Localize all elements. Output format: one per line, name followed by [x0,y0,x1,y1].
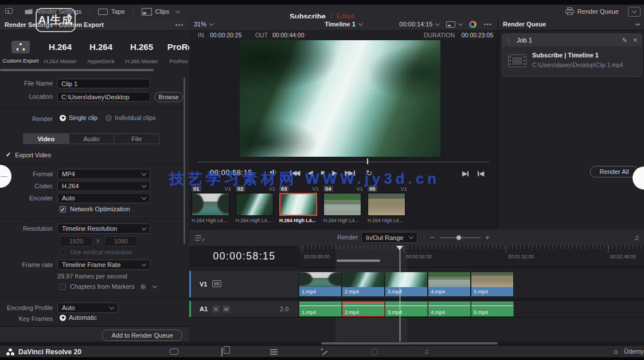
panel-options-button[interactable]: ••• [175,21,184,28]
encoding-profile-dropdown[interactable]: Auto [57,303,118,313]
timeline-audio-clip[interactable]: 5.mp4 [471,301,514,316]
media-page-icon[interactable] [170,349,178,355]
viewer-display-mode-button[interactable] [446,21,462,28]
preset-scrollbar[interactable] [0,69,154,71]
clip-thumbnail[interactable] [279,193,317,216]
network-optimization-checkbox[interactable]: ✓ Network Optimization [60,206,130,212]
timeline-video-clip-selected[interactable]: 2.mp4 [342,272,385,296]
browse-button[interactable]: Browse [154,92,183,102]
encoder-dropdown[interactable]: Auto [57,193,150,203]
clip-thumbnail-item[interactable]: 02V1 H.264 High L4... [236,185,278,223]
chevron-down-icon[interactable] [153,283,157,288]
timeline-audio-clip-selected[interactable]: 2.mp4 [342,301,385,316]
render-all-button[interactable]: Render All [590,166,638,177]
out-label: OUT [255,32,268,38]
timeline-video-clip[interactable]: 1.mp4 [299,272,342,296]
clip-thumbnail[interactable] [368,193,405,216]
video-track-header[interactable]: V1 [189,271,298,297]
chevron-down-icon [142,261,146,266]
clip-thumbnail-item[interactable]: 01V1 H.264 High L4... [192,185,233,223]
cut-page-icon[interactable] [221,347,223,357]
preset-h265-master[interactable]: H.265 H.265 Master [121,33,162,64]
timeline-panel: Render In/Out Range − + ♫ 00:00:58:15 00… [189,230,644,342]
timeline-playhead[interactable] [400,246,400,342]
chapters-from-markers-checkbox[interactable]: Chapters from Markers [60,283,157,290]
clip-thumbnail-item-selected[interactable]: 03V1 H.264 High L4... [279,185,321,223]
tab-audio[interactable]: Audio [69,134,114,144]
render-queue-options-button[interactable]: •• [635,21,640,28]
previous-clip-button[interactable]: ◀ [478,169,484,177]
tab-file[interactable]: File [114,134,159,144]
preset-hyperdeck[interactable]: H.264 HyperDeck [80,33,122,64]
video-clip-name: 3.mp4 [385,287,427,296]
ruler-major-tick [608,246,608,253]
panel-collapse-button[interactable] [628,7,641,17]
home-icon[interactable]: ⌂ [614,347,618,355]
fairlight-page-icon[interactable]: ♫ [424,347,429,355]
render-range-dropdown[interactable]: In/Out Range [361,232,417,243]
checklist-icon[interactable] [195,234,205,243]
render-queue-title: Render Queue [503,21,546,28]
key-frames-automatic-radio[interactable]: Automatic [60,314,97,321]
edit-page-icon[interactable] [270,349,278,356]
zoom-out-button[interactable]: − [430,233,435,242]
tape-button[interactable]: Tape [95,5,128,18]
render-queue-toggle-button[interactable]: Render Queue [562,5,622,18]
clip-codec-label: H.264 High L4... [368,218,409,223]
color-page-icon[interactable] [371,349,378,355]
render-job-card[interactable]: ⋮ Job 1 ✎ × Subscribe | Timeline 1 C:\Us… [502,33,642,77]
delete-job-icon[interactable]: × [633,36,637,44]
timeline-video-clip[interactable]: 5.mp4 [471,272,514,296]
settings-scrollbar[interactable] [184,78,185,244]
drag-handle-icon[interactable]: ⋮ [506,37,512,44]
clip-thumbnail[interactable] [192,193,229,216]
preset-custom-export[interactable]: Custom Export [0,33,41,64]
resolution-dropdown[interactable]: Timeline Resolution [57,223,150,234]
single-clip-radio[interactable]: Single clip [60,114,97,121]
format-dropdown[interactable]: MP4 [57,169,150,179]
chevron-down-icon [110,304,114,309]
export-tabs: Video Audio File [23,133,159,144]
timeline-playhead-handle[interactable] [396,246,403,250]
tab-video[interactable]: Video [24,134,69,144]
color-management-icon[interactable] [469,21,477,28]
location-field[interactable] [57,92,150,102]
viewer-timecode-dropdown[interactable]: 00:00:14:15 [399,21,439,28]
clip-thumbnail-item[interactable]: 04V1 H.264 High L4... [323,185,365,223]
solo-button[interactable]: S [212,305,220,313]
preset-prores[interactable]: ProRes ProRes 42 [162,33,190,64]
marker-color-dot-icon[interactable] [140,284,146,289]
audio-track-header[interactable]: A1 S M 2.0 [189,301,298,317]
fps-note: 29.97 frames per second [57,273,127,280]
frame-rate-value: Timeline Frame Rate [62,261,120,268]
viewer-scrub-bar[interactable] [198,161,489,162]
clips-button[interactable]: Clips [138,5,183,18]
viewer-playhead-tick[interactable] [367,158,368,164]
in-out-range-bar[interactable] [337,260,380,262]
file-name-field[interactable] [57,79,150,88]
individual-clips-radio[interactable]: Individual clips [106,114,156,121]
timeline-audio-clip[interactable]: 4.mp4 [428,301,471,316]
timeline-audio-clip[interactable]: 3.mp4 [385,301,428,316]
codec-dropdown[interactable]: H.264 [57,181,150,191]
frame-rate-dropdown[interactable]: Timeline Frame Rate [57,260,150,270]
timeline-audio-clip[interactable]: 1.mp4 [299,301,342,316]
mute-button[interactable]: M [223,305,230,313]
next-clip-button[interactable]: ▶ [462,169,469,177]
clip-thumbnail[interactable] [323,193,361,216]
audio-meters-icon[interactable]: ♫ [634,233,639,242]
zoom-slider-handle[interactable] [456,235,461,240]
add-to-render-queue-button[interactable]: Add to Render Queue [102,330,182,341]
clip-thumbnail[interactable] [236,193,274,216]
timeline-horizontal-scrollbar[interactable] [321,342,498,344]
viewer-options-button[interactable]: ••• [483,21,492,28]
use-vertical-resolution-label: Use vertical resolution [70,249,132,256]
export-video-checkbox[interactable]: ✓ Export Video [6,151,51,158]
edit-job-icon[interactable]: ✎ [622,37,627,44]
preset-h264-master[interactable]: H.264 H.264 Master [40,33,81,64]
out-value: 00:00:44:00 [272,32,304,38]
clip-thumbnail-item[interactable]: 05V1 H.264 High L4... [368,185,409,223]
timeline-video-clip[interactable]: 4.mp4 [428,272,471,296]
zoom-in-button[interactable]: + [485,233,490,242]
timeline-video-clip[interactable]: 3.mp4 [385,272,428,296]
